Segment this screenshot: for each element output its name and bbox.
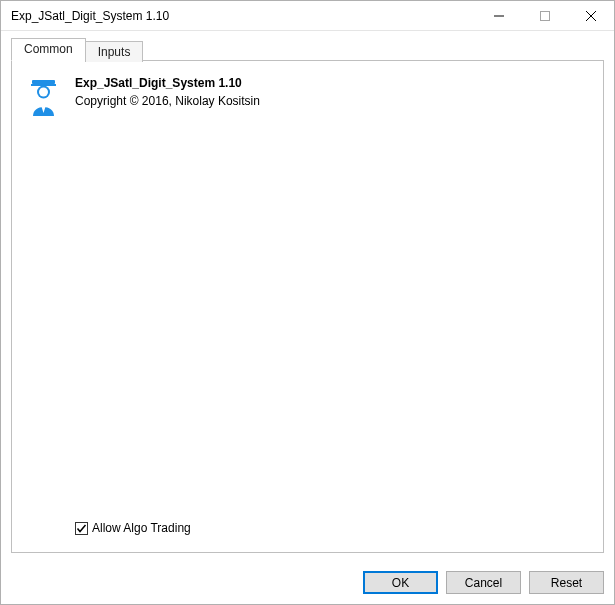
maximize-button: [522, 1, 568, 30]
tabstrip: Common Inputs: [11, 39, 604, 61]
maximize-icon: [540, 11, 550, 21]
expert-info: Exp_JSatl_Digit_System 1.10 Copyright © …: [27, 76, 588, 116]
options-area: Allow Algo Trading: [27, 521, 588, 537]
window-controls: [476, 1, 614, 30]
minimize-button[interactable]: [476, 1, 522, 30]
svg-rect-4: [32, 80, 55, 84]
tab-panel-common: Exp_JSatl_Digit_System 1.10 Copyright © …: [11, 60, 604, 553]
reset-button[interactable]: Reset: [529, 571, 604, 594]
minimize-icon: [494, 11, 504, 21]
expert-title: Exp_JSatl_Digit_System 1.10: [75, 76, 260, 90]
svg-rect-1: [541, 11, 550, 20]
expert-copyright: Copyright © 2016, Nikolay Kositsin: [75, 94, 260, 108]
cancel-button[interactable]: Cancel: [446, 571, 521, 594]
close-icon: [586, 11, 596, 21]
allow-algo-label: Allow Algo Trading: [92, 521, 191, 535]
dialog-buttons: OK Cancel Reset: [1, 563, 614, 604]
tab-common[interactable]: Common: [11, 38, 86, 61]
expert-text: Exp_JSatl_Digit_System 1.10 Copyright © …: [75, 76, 260, 108]
checkbox-box: [75, 522, 88, 535]
titlebar[interactable]: Exp_JSatl_Digit_System 1.10: [1, 1, 614, 31]
close-button[interactable]: [568, 1, 614, 30]
ok-button[interactable]: OK: [363, 571, 438, 594]
client-area: Common Inputs Exp_JSatl_Digit_System 1.1: [1, 31, 614, 563]
check-icon: [76, 523, 87, 534]
window-title: Exp_JSatl_Digit_System 1.10: [1, 9, 476, 23]
svg-point-7: [39, 88, 48, 97]
dialog-window: Exp_JSatl_Digit_System 1.10 Comm: [0, 0, 615, 605]
allow-algo-checkbox[interactable]: Allow Algo Trading: [75, 521, 191, 535]
tab-inputs[interactable]: Inputs: [85, 41, 144, 62]
expert-icon: [27, 78, 60, 116]
